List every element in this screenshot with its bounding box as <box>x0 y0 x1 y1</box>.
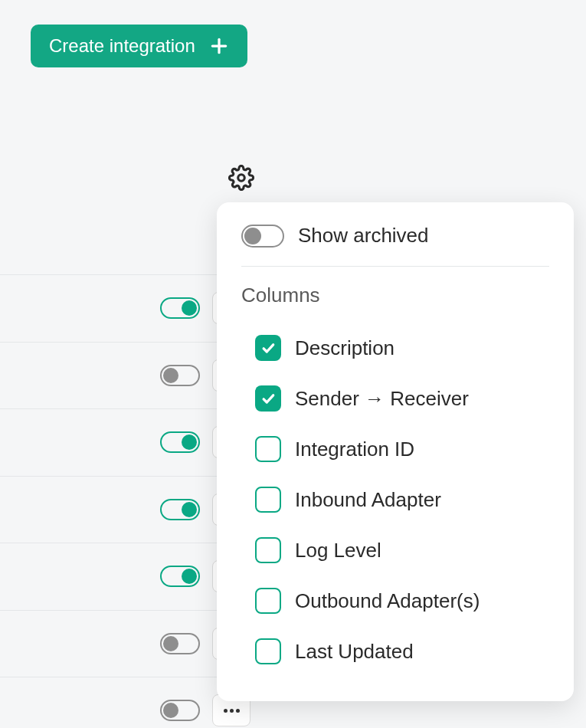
toggle-knob <box>163 703 178 718</box>
columns-heading: Columns <box>241 284 549 307</box>
checkbox-unchecked-icon <box>255 638 281 664</box>
columns-list: DescriptionSender → ReceiverIntegration … <box>241 323 549 677</box>
show-archived-toggle[interactable] <box>241 225 284 248</box>
toggle-knob <box>182 300 197 316</box>
row-toggle[interactable] <box>160 365 200 386</box>
row-toggle[interactable] <box>160 431 200 453</box>
checkbox-unchecked-icon <box>255 436 281 462</box>
column-option[interactable]: Inbound Adapter <box>241 474 549 525</box>
column-option[interactable]: Log Level <box>241 525 549 576</box>
column-option[interactable]: Integration ID <box>241 424 549 474</box>
checkbox-unchecked-icon <box>255 588 281 614</box>
more-icon <box>224 709 240 713</box>
column-option-label: Outbound Adapter(s) <box>295 589 480 613</box>
create-integration-label: Create integration <box>49 35 195 57</box>
column-option-label: Last Updated <box>295 640 414 664</box>
toggle-knob <box>182 569 197 584</box>
column-option-label: Sender → Receiver <box>295 387 469 411</box>
column-option[interactable]: Sender → Receiver <box>241 373 549 424</box>
column-option[interactable]: Last Updated <box>241 626 549 677</box>
toggle-knob <box>182 502 197 517</box>
checkbox-unchecked-icon <box>255 487 281 513</box>
toggle-knob <box>182 435 197 450</box>
row-toggle[interactable] <box>160 633 200 654</box>
gear-icon[interactable] <box>228 165 254 191</box>
column-option[interactable]: Outbound Adapter(s) <box>241 576 549 626</box>
toggle-knob <box>163 368 178 383</box>
column-option-label: Inbound Adapter <box>295 488 441 512</box>
row-toggle[interactable] <box>160 566 200 587</box>
row-toggle[interactable] <box>160 297 200 319</box>
checkbox-checked-icon <box>255 385 281 412</box>
checkbox-checked-icon <box>255 335 281 361</box>
show-archived-row: Show archived <box>241 224 549 267</box>
column-option-label: Integration ID <box>295 438 414 461</box>
column-option-label: Description <box>295 336 394 360</box>
column-option-label: Log Level <box>295 539 381 562</box>
row-toggle[interactable] <box>160 499 200 520</box>
checkbox-unchecked-icon <box>255 537 281 563</box>
show-archived-label: Show archived <box>298 224 429 248</box>
svg-point-2 <box>238 175 245 182</box>
create-integration-button[interactable]: Create integration <box>31 25 247 67</box>
toggle-knob <box>163 636 178 651</box>
column-option[interactable]: Description <box>241 323 549 373</box>
toggle-knob <box>244 228 261 244</box>
plus-icon <box>209 36 229 56</box>
settings-popover: Show archived Columns DescriptionSender … <box>217 202 574 701</box>
row-toggle[interactable] <box>160 700 200 721</box>
